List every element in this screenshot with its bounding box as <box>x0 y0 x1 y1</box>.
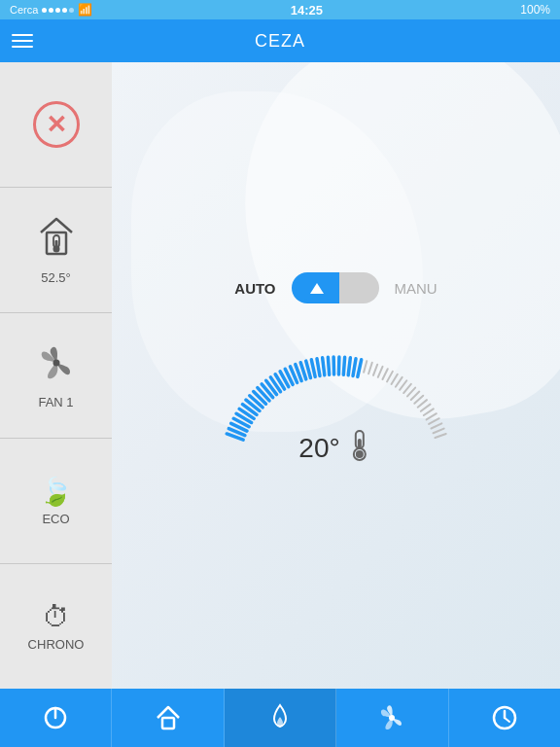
svg-line-35 <box>357 360 361 377</box>
svg-line-54 <box>431 423 441 428</box>
sidebar-item-fan[interactable]: FAN 1 <box>0 313 112 439</box>
svg-line-42 <box>391 374 397 384</box>
svg-line-38 <box>372 365 376 375</box>
svg-line-33 <box>348 358 350 375</box>
thermostat-icon <box>37 215 76 267</box>
svg-line-52 <box>426 413 436 419</box>
eco-icon: 🍃 <box>39 476 73 508</box>
sidebar: ✕ 52.5° <box>0 62 112 689</box>
chrono-icon: ⏱ <box>43 601 70 633</box>
svg-line-44 <box>400 380 406 390</box>
flame-icon <box>266 703 294 732</box>
svg-line-39 <box>377 367 382 377</box>
toggle-row: AUTO MANU <box>234 272 437 303</box>
svg-line-41 <box>387 372 393 382</box>
sidebar-item-eco[interactable]: 🍃 ECO <box>0 439 112 564</box>
svg-rect-59 <box>358 439 362 448</box>
time-label: 14:25 <box>291 3 323 18</box>
menu-button[interactable] <box>12 34 33 48</box>
status-bar: Cerca 📶 14:25 100% <box>0 0 560 19</box>
svg-line-53 <box>429 418 439 424</box>
svg-line-56 <box>435 434 445 438</box>
svg-line-32 <box>343 357 344 374</box>
svg-line-28 <box>322 358 324 375</box>
clock-icon <box>491 704 518 731</box>
svg-line-37 <box>368 363 372 374</box>
svg-line-48 <box>414 396 423 404</box>
temp-value: 20° <box>298 433 339 464</box>
thumb-arrow-icon <box>310 283 324 294</box>
power-bottom-button[interactable] <box>0 689 112 747</box>
sidebar-item-chrono[interactable]: ⏱ CHRONO <box>0 564 112 689</box>
battery-label: 100% <box>520 3 550 17</box>
header-title: CEZA <box>255 31 305 52</box>
svg-line-67 <box>505 718 509 722</box>
main-content: ✕ 52.5° <box>0 62 560 689</box>
home-bottom-button[interactable] <box>112 689 224 747</box>
svg-line-26 <box>311 360 315 377</box>
sidebar-item-power[interactable]: ✕ <box>0 62 112 188</box>
svg-point-2 <box>52 246 59 253</box>
svg-line-43 <box>395 377 402 387</box>
flame-bottom-button[interactable] <box>225 689 336 747</box>
sidebar-item-thermostat[interactable]: 52.5° <box>0 188 112 313</box>
clock-bottom-button[interactable] <box>449 689 560 747</box>
fan-icon <box>36 342 77 391</box>
temperature-display: 20° <box>298 427 372 469</box>
svg-line-34 <box>353 359 356 376</box>
svg-point-60 <box>356 450 364 458</box>
auto-label: AUTO <box>234 280 275 297</box>
home-icon <box>155 704 182 731</box>
app-header: CEZA <box>0 19 560 62</box>
bottom-bar <box>0 689 560 747</box>
svg-line-47 <box>410 392 419 400</box>
svg-line-46 <box>407 388 415 397</box>
svg-line-25 <box>305 361 310 377</box>
thermostat-value: 52.5° <box>41 270 71 285</box>
wifi-icon: 📶 <box>78 3 92 17</box>
svg-rect-63 <box>162 718 174 729</box>
content-area: AUTO MANU <box>112 62 560 689</box>
fan-bottom-button[interactable] <box>336 689 448 747</box>
svg-line-55 <box>433 429 443 434</box>
svg-line-49 <box>417 400 426 408</box>
signal-icon <box>42 8 74 13</box>
menu-line-2 <box>12 40 33 42</box>
carrier-label: Cerca <box>10 4 38 16</box>
svg-line-40 <box>382 369 387 379</box>
mode-toggle[interactable] <box>292 272 379 303</box>
svg-line-36 <box>364 361 367 373</box>
svg-line-45 <box>403 384 411 393</box>
eco-label: ECO <box>42 512 69 526</box>
svg-line-27 <box>316 359 319 376</box>
toggle-thumb <box>296 276 338 300</box>
svg-line-50 <box>420 405 430 411</box>
fan-bottom-icon <box>377 703 406 732</box>
temperature-gauge[interactable]: // We'll draw via inline script after SV… <box>191 323 482 479</box>
fan-label: FAN 1 <box>38 395 73 409</box>
x-circle-icon: ✕ <box>33 101 80 148</box>
temp-thermo-icon <box>346 427 373 469</box>
chrono-label: CHRONO <box>28 637 85 652</box>
svg-rect-3 <box>54 240 57 246</box>
controls-panel: AUTO MANU <box>112 62 560 689</box>
svg-line-29 <box>328 357 329 374</box>
menu-line-3 <box>12 46 33 48</box>
power-icon <box>42 704 69 731</box>
svg-line-51 <box>423 409 433 415</box>
manu-label: MANU <box>395 280 438 297</box>
menu-line-1 <box>12 34 33 36</box>
